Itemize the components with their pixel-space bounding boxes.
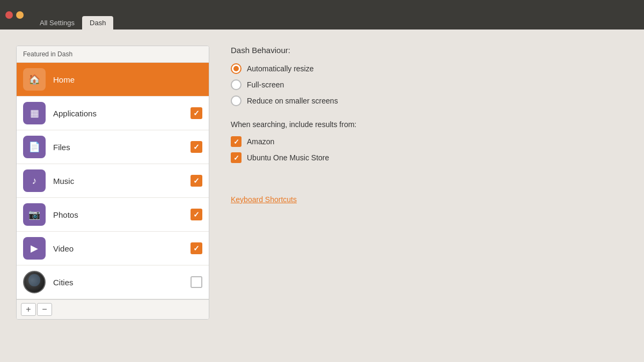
- keyboard-shortcuts-link[interactable]: Keyboard Shortcuts: [231, 195, 297, 204]
- cities-checkbox[interactable]: [191, 276, 202, 288]
- radio-btn-auto-resize[interactable]: [231, 63, 241, 74]
- photos-icon: 📷: [23, 203, 46, 226]
- radio-label-auto-resize: Automatically resize: [247, 64, 314, 73]
- files-checkbox[interactable]: [191, 141, 202, 153]
- cities-icon: [23, 271, 46, 293]
- radio-label-full-screen: Full-screen: [247, 80, 284, 89]
- applications-label: Applications: [53, 109, 191, 118]
- titlebar: All Settings Dash: [0, 0, 644, 29]
- remove-button[interactable]: −: [37, 303, 52, 316]
- checkbox-ubuntu-music[interactable]: Ubuntu One Music Store: [231, 152, 628, 163]
- files-icon: 📄: [23, 136, 46, 158]
- files-label: Files: [53, 143, 191, 152]
- applications-checkbox[interactable]: [191, 107, 202, 119]
- photos-label: Photos: [53, 210, 191, 219]
- music-checkbox[interactable]: [191, 175, 202, 187]
- checkbox-ubuntu-music-label: Ubuntu One Music Store: [247, 153, 329, 162]
- video-label: Video: [53, 244, 191, 253]
- main-content: Featured in Dash 🏠 Home ▦ Applications �: [0, 29, 644, 362]
- checkbox-ubuntu-music-box[interactable]: [231, 152, 241, 163]
- photos-checkbox[interactable]: [191, 209, 202, 220]
- list-item-video[interactable]: ▶ Video: [17, 232, 209, 265]
- checkbox-amazon[interactable]: Amazon: [231, 136, 628, 147]
- panel-box: Featured in Dash 🏠 Home ▦ Applications �: [16, 46, 209, 320]
- music-label: Music: [53, 176, 191, 186]
- tab-all-settings[interactable]: All Settings: [32, 16, 82, 29]
- list-item-photos[interactable]: 📷 Photos: [17, 198, 209, 232]
- radio-btn-reduce-smaller[interactable]: [231, 95, 241, 106]
- list-item-applications[interactable]: ▦ Applications: [17, 97, 209, 130]
- list-item-cities[interactable]: Cities: [17, 265, 209, 299]
- radio-full-screen[interactable]: Full-screen: [231, 79, 628, 90]
- close-button[interactable]: [5, 11, 13, 19]
- tab-dash[interactable]: Dash: [82, 16, 113, 29]
- cities-label: Cities: [53, 278, 191, 287]
- add-button[interactable]: +: [21, 303, 36, 316]
- list-item-files[interactable]: 📄 Files: [17, 130, 209, 164]
- cities-globe-icon: [23, 271, 46, 293]
- apps-icon: ▦: [23, 102, 46, 124]
- home-icon: 🏠: [23, 68, 46, 91]
- list-item-music[interactable]: ♪ Music: [17, 164, 209, 198]
- radio-btn-full-screen[interactable]: [231, 79, 241, 90]
- radio-reduce-smaller[interactable]: Reduce on smaller screens: [231, 95, 628, 106]
- panel-header: Featured in Dash: [17, 46, 209, 63]
- panel-toolbar: + −: [17, 299, 209, 319]
- behaviour-title: Dash Behaviour:: [231, 46, 628, 55]
- minimize-button[interactable]: [16, 11, 24, 19]
- video-checkbox[interactable]: [191, 242, 202, 254]
- radio-group: Automatically resize Full-screen Reduce …: [231, 63, 628, 106]
- checkbox-group: Amazon Ubuntu One Music Store: [231, 136, 628, 163]
- video-icon: ▶: [23, 237, 46, 260]
- checkbox-amazon-label: Amazon: [247, 137, 274, 146]
- radio-label-reduce-smaller: Reduce on smaller screens: [247, 97, 338, 105]
- left-panel: Featured in Dash 🏠 Home ▦ Applications �: [16, 46, 209, 351]
- radio-auto-resize[interactable]: Automatically resize: [231, 63, 628, 74]
- home-label: Home: [53, 75, 202, 84]
- music-icon: ♪: [23, 169, 46, 192]
- checkbox-amazon-box[interactable]: [231, 136, 241, 147]
- list-item-home[interactable]: 🏠 Home: [17, 63, 209, 97]
- right-panel: Dash Behaviour: Automatically resize Ful…: [231, 46, 628, 351]
- titlebar-tabs: All Settings Dash: [32, 0, 113, 29]
- search-title: When searching, include results from:: [231, 120, 628, 129]
